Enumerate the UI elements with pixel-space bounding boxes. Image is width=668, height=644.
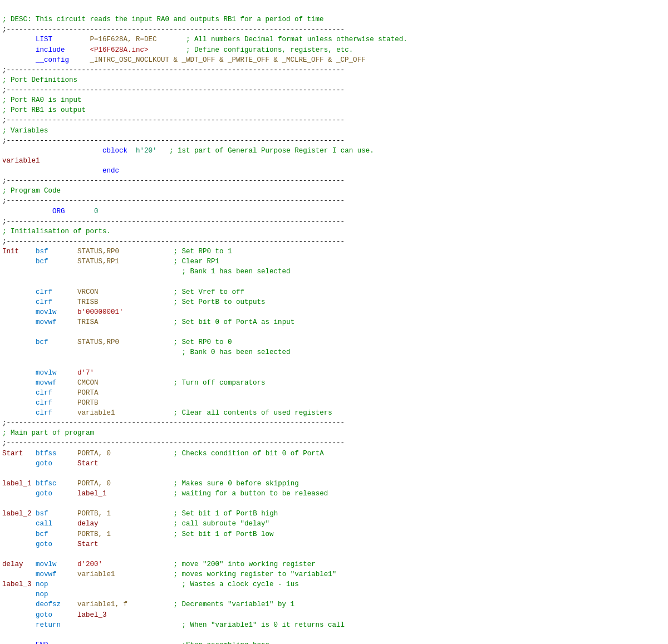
code-editor: ; DESC: This circuit reads the input RA0… [0,0,668,644]
